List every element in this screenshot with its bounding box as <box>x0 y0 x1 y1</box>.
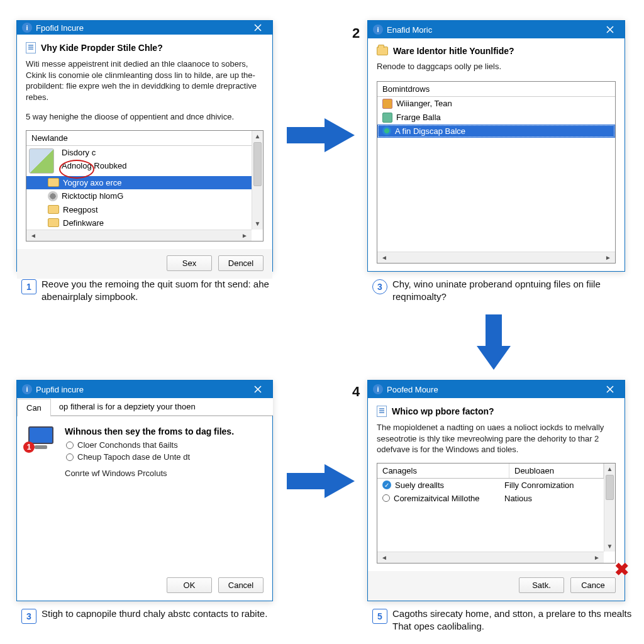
info-icon: i <box>22 23 32 33</box>
col-1-header: Canagels <box>377 464 509 478</box>
radio-icon <box>66 441 74 449</box>
gear-icon <box>48 191 58 201</box>
folder-icon <box>48 178 59 187</box>
dialog-2-subtext: Renode to daggcaps oolly pe liels. <box>377 61 616 72</box>
dialog-4-para: The mopioldenet a nadting on uaes a noli… <box>377 422 616 455</box>
caption-5: Cagoths sirecaty home, and stton, a prel… <box>392 608 638 633</box>
step-number-1 <box>0 23 9 42</box>
ok-button[interactable]: Sex <box>167 255 212 271</box>
horizontal-scrollbar[interactable]: ◄ ► <box>377 252 615 263</box>
col-2-header: Deubloaen <box>509 464 604 478</box>
step-number-2: 2 <box>348 24 364 43</box>
dialog-1-titlebar: i Fpofid Incure <box>17 21 272 35</box>
scroll-up-icon[interactable]: ▲ <box>604 464 615 475</box>
dialog-3: i Pupfid incure Can op fitheral is for a… <box>16 380 273 601</box>
close-icon[interactable] <box>599 23 621 36</box>
svg-marker-5 <box>477 314 511 370</box>
page-icon <box>377 406 387 417</box>
caption-3a: Chy, wino uninate proberand opntuing fil… <box>392 278 625 304</box>
caption-3b: Stigh to capnopile thurd chaly abstc con… <box>42 608 274 620</box>
svg-marker-2 <box>287 118 355 152</box>
table-row[interactable]: ✓Suely dreallts Filly Conromization <box>377 479 604 492</box>
tabstrip: Can op fitheral is for a depziety your t… <box>17 398 272 416</box>
ok-button[interactable]: Satk. <box>519 577 564 593</box>
list-item[interactable]: Ricktoctip hlomG <box>26 189 252 203</box>
radio-option-1[interactable]: Cloer Conchonds that 6ailts <box>66 440 264 450</box>
scroll-down-icon[interactable]: ▼ <box>252 218 263 230</box>
radio-option-2[interactable]: Cheup Tapoch dase de Unte dt <box>66 452 264 462</box>
close-icon[interactable] <box>599 382 621 396</box>
info-icon: i <box>373 25 383 35</box>
dialog-2-titlebar: i Enafid Moric <box>368 21 625 38</box>
list-item-selected[interactable]: A fin Digscap Balce <box>377 125 615 138</box>
horizontal-scrollbar[interactable]: ◄ ► <box>26 230 252 241</box>
scroll-thumb[interactable] <box>253 142 262 186</box>
scroll-right-icon[interactable]: ► <box>592 554 601 561</box>
dialog-4-title: Poofed Moure <box>387 385 438 394</box>
step-badge-1: 1 <box>21 279 36 294</box>
svg-marker-8 <box>287 464 355 498</box>
check-icon: ✓ <box>382 480 391 489</box>
cancel-button[interactable]: Cancel <box>218 577 264 593</box>
tab-can[interactable]: Can <box>17 399 51 416</box>
scroll-left-icon[interactable]: ◄ <box>380 554 389 561</box>
list-item[interactable]: Wiiianger, Tean <box>377 97 615 111</box>
list-item[interactable]: Reegpost <box>26 203 252 216</box>
dialog-1-title: Fpofid Incure <box>36 23 84 33</box>
radio-icon <box>66 453 74 461</box>
arrow-right-icon <box>287 113 356 159</box>
folder-icon <box>377 47 388 55</box>
dialog-2-title: Enafid Moric <box>387 25 432 35</box>
table-header: Canagels Deubloaen <box>377 464 615 479</box>
dialog-1-para1: Witi messe appeistrent init dedied an th… <box>26 58 264 103</box>
scroll-right-icon[interactable]: ► <box>240 232 249 239</box>
dialog-2-heading: Ware Identor hitle Younlfide? <box>393 46 514 56</box>
dialog-3-heading: Wihnous then sey the froms to dag files. <box>65 426 264 436</box>
ok-button[interactable]: OK <box>167 577 212 593</box>
scroll-right-icon[interactable]: ► <box>604 254 613 261</box>
caption-1: Reove you the remoing the quit suom for … <box>42 278 274 304</box>
step-badge-5: 5 <box>372 609 387 624</box>
close-icon[interactable] <box>247 21 269 35</box>
scroll-down-icon[interactable]: ▼ <box>604 540 615 552</box>
scroll-thumb[interactable] <box>606 475 614 500</box>
arrow-right-icon <box>287 459 356 505</box>
dialog-4-heading: Whico wp pbore facton? <box>392 406 494 416</box>
thumbnail-icon <box>29 148 54 174</box>
dialog-4: i Poofed Moure Whico wp pbore facton? Th… <box>367 380 625 601</box>
folder-icon <box>48 218 59 227</box>
dialog-3-linktext[interactable]: Conrte wf Windows Prcoluts <box>65 468 264 479</box>
list-item[interactable]: Disdory c <box>57 146 252 159</box>
info-icon: i <box>373 384 383 394</box>
arrow-down-icon <box>472 314 516 373</box>
scroll-up-icon[interactable]: ▲ <box>252 131 263 142</box>
list-item[interactable]: Definkware <box>26 216 252 230</box>
dialog-1-listbox[interactable]: Newlande Disdory c Adnolog Roubked Yogro… <box>26 130 264 242</box>
list-item[interactable]: Frarge Balla <box>377 111 615 125</box>
step-number-4: 4 <box>348 382 364 401</box>
horizontal-scrollbar[interactable]: ◄ ► <box>377 552 604 563</box>
dialog-3-titlebar: i Pupfid incure <box>17 380 272 398</box>
scroll-left-icon[interactable]: ◄ <box>380 254 389 261</box>
step-number-3 <box>0 384 9 402</box>
list-item[interactable]: Adnolog Roubked <box>57 159 252 172</box>
vertical-scrollbar[interactable]: ▲ ▼ <box>252 131 263 230</box>
scroll-left-icon[interactable]: ◄ <box>29 232 38 239</box>
vertical-scrollbar[interactable]: ▲ ▼ <box>604 464 615 552</box>
step-badge-3a: 3 <box>372 279 387 294</box>
step-badge-3b: 3 <box>21 609 36 624</box>
cancel-button[interactable]: Cance <box>570 577 616 593</box>
dialog-2: i Enafid Moric Ware Identor hitle Younlf… <box>367 20 625 272</box>
cancel-button[interactable]: Dencel <box>218 255 264 271</box>
dialog-2-listbox[interactable]: Bomintdrows Wiiianger, Tean Frarge Balla… <box>377 81 616 264</box>
user-icon <box>382 99 392 109</box>
table-row[interactable]: Coremizaitvical Millothe Natious <box>377 492 604 505</box>
dialog-4-table[interactable]: Canagels Deubloaen ✓Suely dreallts Filly… <box>377 463 616 564</box>
close-icon[interactable] <box>247 382 269 396</box>
list-item-selected[interactable]: Yogroy axo erce <box>26 176 252 189</box>
dialog-3-title: Pupfid incure <box>36 385 84 394</box>
tab-description[interactable]: op fitheral is for a depziety your thoen <box>50 398 273 416</box>
list-header: Newlande <box>26 131 263 146</box>
list-header: Bomintdrows <box>377 82 615 97</box>
radio-icon <box>382 494 390 502</box>
